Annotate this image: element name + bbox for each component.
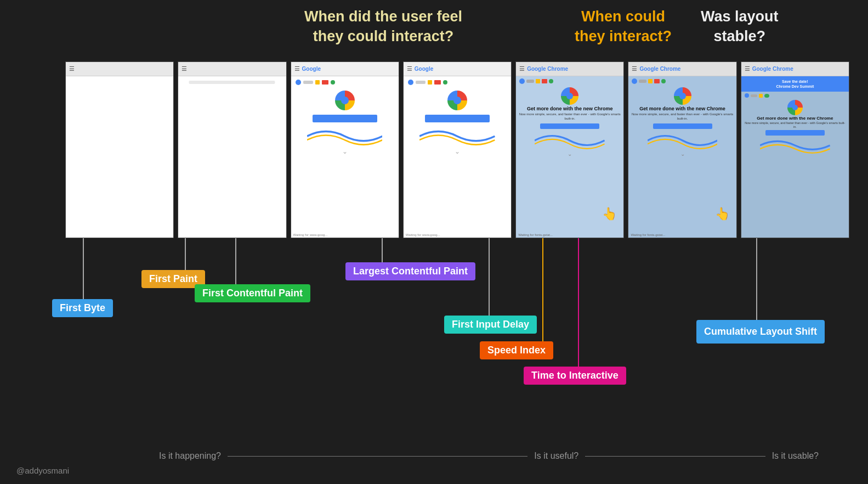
metric-first-byte-text: First Byte <box>60 302 105 313</box>
screenshot-3: ☰ Google ⌄ Waiting for <box>291 61 399 238</box>
metric-first-contentful-paint: First Contentful Paint <box>195 284 310 302</box>
metric-time-to-interactive: Time to Interactive <box>524 367 626 385</box>
question-could: When couldthey interact? <box>575 7 672 47</box>
screenshot-6: ☰ Google Chrome Get more done with the n… <box>628 61 736 238</box>
screenshot-1: ☰ <box>65 61 174 238</box>
question-feel: When did the user feelthey could interac… <box>304 7 462 47</box>
screenshot-7: ☰ Google Chrome Save the date!Chrome Dev… <box>741 61 849 238</box>
metric-fcp-text: First Contentful Paint <box>202 288 303 299</box>
screenshot-5: ☰ Google Chrome Get more done with the n… <box>515 61 624 238</box>
bottom-timeline: Is it happening? Is it useful? Is it usa… <box>159 451 819 461</box>
metric-cumulative-layout-shift: Cumulative Layout Shift <box>696 320 825 344</box>
question-could-text: When couldthey interact? <box>575 8 672 44</box>
metric-fid-text: First Input Delay <box>452 319 529 330</box>
attribution-text: @addyosmani <box>16 466 69 475</box>
screenshot-2: ☰ <box>178 61 286 238</box>
question-layout: Was layoutstable? <box>701 7 779 47</box>
metric-first-input-delay: First Input Delay <box>444 316 537 334</box>
screenshots-row: ☰ ☰ ☰ Google <box>64 61 850 238</box>
attribution: @addyosmani <box>16 466 69 475</box>
timeline-line-2 <box>585 456 765 457</box>
metric-si-text: Speed Index <box>487 345 546 356</box>
timeline-line-1 <box>228 456 527 457</box>
timeline-label-3: Is it usable? <box>772 451 819 461</box>
question-feel-text: When did the user feelthey could interac… <box>304 8 462 44</box>
screenshot-4: ☰ Google ⌄ Waiting for www.goog... <box>403 61 512 238</box>
metric-lcp-text: Largest Contentful Paint <box>353 266 468 277</box>
metric-largest-contentful-paint: Largest Contentful Paint <box>345 262 475 280</box>
metric-speed-index: Speed Index <box>480 341 553 359</box>
metric-first-paint-text: First Paint <box>149 273 197 284</box>
question-layout-text: Was layoutstable? <box>701 8 779 44</box>
metric-cls-text: Cumulative Layout Shift <box>704 326 817 337</box>
timeline-label-1: Is it happening? <box>159 451 221 461</box>
metric-tti-text: Time to Interactive <box>531 370 619 381</box>
timeline-label-2: Is it useful? <box>534 451 578 461</box>
metric-first-byte: First Byte <box>52 299 113 317</box>
